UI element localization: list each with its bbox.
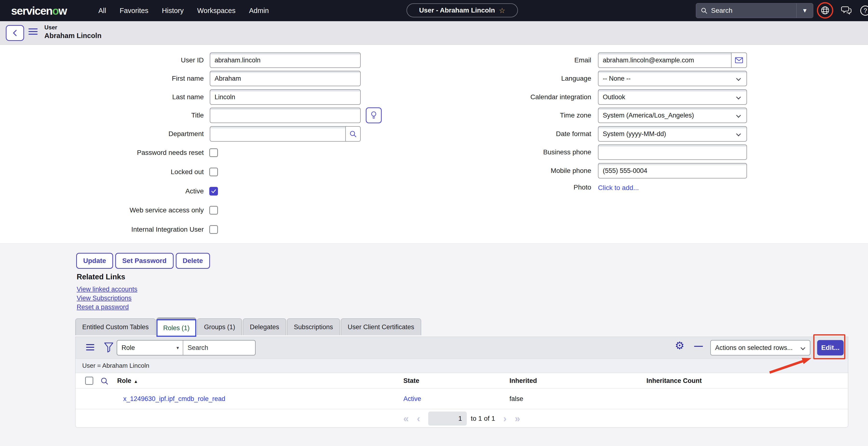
field-label-web-service-access-only: Web service access only xyxy=(72,206,204,214)
pill-label: User - Abraham Lincoln xyxy=(419,6,495,14)
date-format-select[interactable]: System (yyyy-MM-dd) xyxy=(598,126,747,142)
locked-out-checkbox[interactable] xyxy=(209,168,218,176)
check-icon xyxy=(211,188,217,194)
tab-user-client-certificates[interactable]: User Client Certificates xyxy=(341,318,421,335)
set-password-button-footer[interactable]: Set Password xyxy=(115,253,174,269)
internal-integration-user-checkbox[interactable] xyxy=(209,225,218,234)
tab-roles[interactable]: Roles (1) xyxy=(156,317,196,337)
photo-add-link[interactable]: Click to add... xyxy=(598,184,639,192)
tab-delegates[interactable]: Delegates xyxy=(243,318,286,335)
calendar-integration-select[interactable]: Outlook xyxy=(598,89,747,105)
field-label-internal-integration-user: Internal Integration User xyxy=(72,225,204,234)
search-column-select[interactable]: Role▾ xyxy=(117,341,183,355)
email-field[interactable]: abraham.lincoln@example.com xyxy=(598,53,747,68)
inherited-value: false xyxy=(509,388,523,409)
form-context-menu-icon[interactable] xyxy=(28,28,38,36)
role-link[interactable]: x_1249630_ipf.ipf_cmdb_role_read xyxy=(123,388,225,409)
previous-page-icon[interactable]: ‹ xyxy=(417,414,420,423)
list-context-menu-icon[interactable] xyxy=(86,344,94,352)
nav-item-history[interactable]: History xyxy=(162,7,184,15)
field-label-password-needs-reset: Password needs reset xyxy=(72,148,204,157)
last-page-icon[interactable]: » xyxy=(515,414,520,423)
filter-icon[interactable] xyxy=(104,342,114,353)
servicenow-logo[interactable]: servicenow xyxy=(11,4,67,18)
help-icon[interactable]: ? xyxy=(860,5,868,16)
nav-item-all[interactable]: All xyxy=(98,7,106,15)
form-footer-buttons: Update Set Password Delete xyxy=(76,253,210,269)
state-link[interactable]: Active xyxy=(403,388,421,409)
chevron-down-icon xyxy=(736,132,741,136)
tab-groups[interactable]: Groups (1) xyxy=(197,318,242,335)
first-page-icon[interactable]: « xyxy=(403,414,409,423)
view-subscriptions-link[interactable]: View Subscriptions xyxy=(77,295,132,302)
record-context-pill[interactable]: User - Abraham Lincoln ☆ xyxy=(406,3,518,18)
reset-a-password-link[interactable]: Reset a password xyxy=(77,303,129,311)
nav-menu: All Favorites History Workspaces Admin xyxy=(98,0,269,21)
password-needs-reset-checkbox[interactable] xyxy=(209,148,218,157)
list-header-row: Role▲ State Inherited Inheritance Count xyxy=(75,373,848,388)
field-label-last-name: Last name xyxy=(72,89,204,105)
first-name-field[interactable] xyxy=(210,71,361,86)
next-page-icon[interactable]: › xyxy=(503,414,506,423)
mobile-phone-field[interactable] xyxy=(598,163,747,178)
lightbulb-icon xyxy=(370,111,377,120)
field-label-language: Language xyxy=(458,71,591,86)
list-pagination: « ‹ 1 to 1 of 1 › » xyxy=(75,409,848,428)
column-header-inheritance-count[interactable]: Inheritance Count xyxy=(646,373,702,388)
annotation-red-circle xyxy=(817,2,833,19)
list-search-input[interactable] xyxy=(183,344,255,352)
send-email-button[interactable] xyxy=(731,53,746,67)
globe-icon[interactable] xyxy=(819,5,831,16)
web-service-access-only-checkbox[interactable] xyxy=(209,206,218,214)
annotation-red-arrow xyxy=(757,350,820,379)
chevron-down-icon xyxy=(736,113,741,118)
field-label-email: Email xyxy=(458,53,591,68)
record-name-label: Abraham Lincoln xyxy=(44,32,101,40)
global-search-input[interactable] xyxy=(711,7,796,14)
global-search: ▼ xyxy=(696,3,813,18)
field-label-first-name: First name xyxy=(72,71,204,86)
update-button-footer[interactable]: Update xyxy=(76,253,113,269)
department-field[interactable] xyxy=(210,126,361,142)
last-name-field[interactable] xyxy=(210,89,361,105)
tab-subscriptions[interactable]: Subscriptions xyxy=(287,318,340,335)
field-label-photo: Photo xyxy=(458,182,591,193)
user-id-field[interactable] xyxy=(210,53,361,68)
field-label-user-id: User ID xyxy=(72,53,204,68)
form-header: User Abraham Lincoln ••• Update Set Pass… xyxy=(0,21,868,45)
column-header-inherited[interactable]: Inherited xyxy=(509,373,537,388)
select-all-checkbox[interactable] xyxy=(85,377,93,385)
search-icon xyxy=(701,7,708,14)
department-lookup-button[interactable] xyxy=(345,127,360,141)
envelope-icon xyxy=(735,57,743,63)
favorite-star-icon[interactable]: ☆ xyxy=(499,6,505,15)
pagination-range-label: to 1 of 1 xyxy=(471,415,495,422)
related-lists-tabs: Entitled Custom Tables Roles (1) Groups … xyxy=(75,317,422,337)
column-search-icon[interactable] xyxy=(100,377,108,385)
time-zone-select[interactable]: System (America/Los_Angeles) xyxy=(598,108,747,123)
nav-item-workspaces[interactable]: Workspaces xyxy=(197,7,236,15)
active-checkbox[interactable] xyxy=(209,187,218,196)
language-select[interactable]: -- None -- xyxy=(598,71,747,86)
nav-item-admin[interactable]: Admin xyxy=(249,7,269,15)
gear-icon[interactable]: ⚙ xyxy=(675,340,684,351)
chat-icon[interactable] xyxy=(841,5,852,16)
minimize-list-icon[interactable]: — xyxy=(694,341,703,351)
column-header-role[interactable]: Role▲ xyxy=(117,373,138,388)
view-linked-accounts-link[interactable]: View linked accounts xyxy=(77,286,137,293)
column-header-state[interactable]: State xyxy=(403,373,419,388)
business-phone-field[interactable] xyxy=(598,144,747,160)
chevron-down-icon xyxy=(736,76,741,81)
delete-button-footer[interactable]: Delete xyxy=(176,253,210,269)
list-breadcrumb[interactable]: User = Abraham Lincoln xyxy=(75,358,848,373)
tab-entitled-custom-tables[interactable]: Entitled Custom Tables xyxy=(75,318,156,335)
search-scope-dropdown[interactable]: ▼ xyxy=(797,7,813,14)
title-field[interactable] xyxy=(210,108,361,123)
suggestion-button[interactable] xyxy=(366,107,382,123)
chevron-down-icon xyxy=(736,95,741,99)
field-label-time-zone: Time zone xyxy=(458,108,591,123)
back-button[interactable] xyxy=(6,25,24,41)
nav-item-favorites[interactable]: Favorites xyxy=(120,7,148,15)
dropdown-arrow-icon: ▾ xyxy=(177,345,179,351)
current-page-input[interactable]: 1 xyxy=(428,412,467,425)
